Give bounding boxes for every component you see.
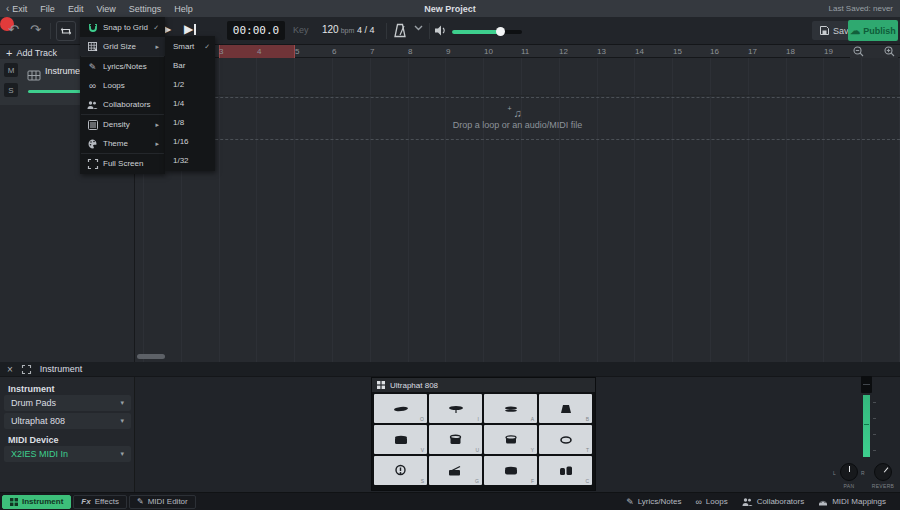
infinity-icon: ∞ xyxy=(695,497,701,507)
channel-fader-handle[interactable] xyxy=(861,376,872,393)
pads-icon xyxy=(377,381,385,389)
pad-key-label: U xyxy=(475,447,479,453)
menu-item-density[interactable]: Density ▸ xyxy=(80,115,165,134)
pad-key-label: Y xyxy=(531,447,534,453)
submenu-item-1-8[interactable]: 1/8 xyxy=(165,113,215,132)
people-icon xyxy=(87,101,98,109)
bar-number: 17 xyxy=(748,47,757,56)
dropdown-caret-icon: ▾ xyxy=(120,399,124,407)
menu-item-label: Density xyxy=(103,120,130,129)
fullscreen-icon xyxy=(87,159,98,169)
submenu-item-label: Bar xyxy=(173,61,185,70)
menu-item-grid-size[interactable]: Grid Size ▸ xyxy=(80,37,165,56)
tab-instrument[interactable]: Instrument xyxy=(2,495,71,509)
menu-item-theme[interactable]: Theme ▸ xyxy=(80,134,165,153)
key-button[interactable]: Key xyxy=(293,25,309,35)
note-glyph: ♫ xyxy=(513,107,521,119)
solo-button[interactable]: S xyxy=(4,83,18,97)
drum-pad[interactable]: I xyxy=(429,394,482,423)
menu-item-full-screen[interactable]: Full Screen xyxy=(80,154,165,173)
skip-to-end-button[interactable]: ▶ xyxy=(184,22,196,36)
drum-pad[interactable]: G xyxy=(429,456,482,485)
midi-mappings-button[interactable]: MIDI Mappings xyxy=(818,497,886,506)
publish-button[interactable]: ☁ Publish xyxy=(848,20,898,41)
loop-toggle-button[interactable] xyxy=(56,21,76,41)
submenu-arrow-icon: ▸ xyxy=(155,140,159,148)
bar-number: 15 xyxy=(673,47,682,56)
master-volume-knob[interactable] xyxy=(496,27,505,36)
zoom-in-button[interactable] xyxy=(884,46,895,57)
metronome-icon xyxy=(393,23,407,38)
master-volume-slider[interactable] xyxy=(452,30,522,34)
midi-plug-icon xyxy=(818,498,828,506)
pan-knob[interactable] xyxy=(840,463,858,481)
loops-label: Loops xyxy=(706,497,728,506)
drum-pad[interactable]: O xyxy=(374,394,427,423)
drum-pad[interactable]: T xyxy=(539,425,592,454)
pan-left-label: L xyxy=(833,470,836,476)
skip-bar xyxy=(194,24,196,35)
reverb-label: REVERB xyxy=(868,483,898,489)
drum-pad[interactable]: V xyxy=(374,425,427,454)
submenu-item-1-4[interactable]: 1/4 xyxy=(165,94,215,113)
master-volume-icon[interactable] xyxy=(434,24,447,37)
zoom-out-button[interactable] xyxy=(853,46,864,57)
channel-level-meter[interactable] xyxy=(863,395,870,457)
top-header: ‹ Exit File Edit View Settings Help New … xyxy=(0,0,900,17)
menu-item-lyrics-notes[interactable]: ✎ Lyrics/Notes xyxy=(80,57,165,76)
menu-item-collaborators[interactable]: Collaborators xyxy=(80,95,165,114)
pads-preset-title: Ultraphat 808 xyxy=(390,381,438,390)
submenu-item-1-2[interactable]: 1/2 xyxy=(165,75,215,94)
metronome-button[interactable] xyxy=(393,23,407,38)
mute-button[interactable]: M xyxy=(4,63,18,77)
last-saved-status: Last Saved: never xyxy=(829,4,893,13)
drum-pad[interactable]: S xyxy=(374,456,427,485)
tab-effects[interactable]: Fx Effects xyxy=(73,495,127,509)
drum-pad[interactable]: B xyxy=(539,394,592,423)
redo-button[interactable]: ↷ xyxy=(30,22,41,37)
bar-number: 16 xyxy=(710,47,719,56)
submenu-item-1-16[interactable]: 1/16 xyxy=(165,132,215,151)
close-icon[interactable]: × xyxy=(7,364,13,375)
infinity-icon: ∞ xyxy=(87,80,98,91)
pad-key-label: T xyxy=(586,447,589,453)
drum-pad[interactable]: A xyxy=(484,394,537,423)
reverb-knob[interactable] xyxy=(874,463,892,481)
submenu-item-1-32[interactable]: 1/32 xyxy=(165,151,215,170)
loops-button[interactable]: ∞ Loops xyxy=(695,497,727,507)
time-signature-control[interactable]: 4 / 4 xyxy=(357,25,375,35)
drop-zone[interactable]: +♫ Drop a loop or an audio/MIDI file xyxy=(135,97,900,140)
instrument-settings: Instrument Drum Pads ▾ Ultraphat 808 ▾ M… xyxy=(0,377,135,492)
lyrics-notes-label: Lyrics/Notes xyxy=(638,497,682,506)
instrument-section-label: Instrument xyxy=(8,384,55,394)
submenu-item-bar[interactable]: Bar xyxy=(165,56,215,75)
instrument-category-select[interactable]: Drum Pads ▾ xyxy=(4,395,131,411)
menu-item-label: Loops xyxy=(103,81,125,90)
pad-key-label: V xyxy=(421,447,424,453)
menu-item-snap-to-grid[interactable]: Snap to Grid ✓ xyxy=(80,18,165,37)
undo-button[interactable]: ↶ xyxy=(8,22,19,37)
timeline-ruler[interactable]: 3 4 5 6 7 8 9 10 11 12 13 14 15 16 17 18… xyxy=(135,45,900,58)
fader-tick xyxy=(873,402,876,403)
check-icon: ✓ xyxy=(204,43,210,51)
horizontal-scrollbar[interactable] xyxy=(137,354,165,359)
submenu-item-smart[interactable]: Smart ✓ xyxy=(165,37,215,56)
arrangement-area[interactable]: +♫ Drop a loop or an audio/MIDI file xyxy=(135,58,900,362)
menu-item-loops[interactable]: ∞ Loops xyxy=(80,76,165,95)
midi-device-select[interactable]: X2IES MIDI In ▾ xyxy=(4,446,131,462)
instrument-preset-select[interactable]: Ultraphat 808 ▾ xyxy=(4,413,131,429)
metronome-options-chevron[interactable] xyxy=(414,25,423,31)
drum-pad[interactable]: Y xyxy=(484,425,537,454)
expand-icon[interactable] xyxy=(22,365,31,374)
bpm-control[interactable]: 120bpm xyxy=(322,24,354,35)
drum-pad[interactable]: F xyxy=(484,456,537,485)
fader-tick xyxy=(873,434,876,435)
add-track-button[interactable]: + Add Track xyxy=(6,47,57,59)
lyrics-notes-button[interactable]: ✎ Lyrics/Notes xyxy=(626,497,681,507)
drum-pad[interactable]: U xyxy=(429,425,482,454)
tab-midi-editor[interactable]: ✎ MIDI Editor xyxy=(129,495,196,509)
collaborators-button[interactable]: Collaborators xyxy=(742,497,805,506)
submenu-item-label: 1/2 xyxy=(173,80,184,89)
category-value: Drum Pads xyxy=(11,398,56,408)
drum-pad[interactable]: C xyxy=(539,456,592,485)
